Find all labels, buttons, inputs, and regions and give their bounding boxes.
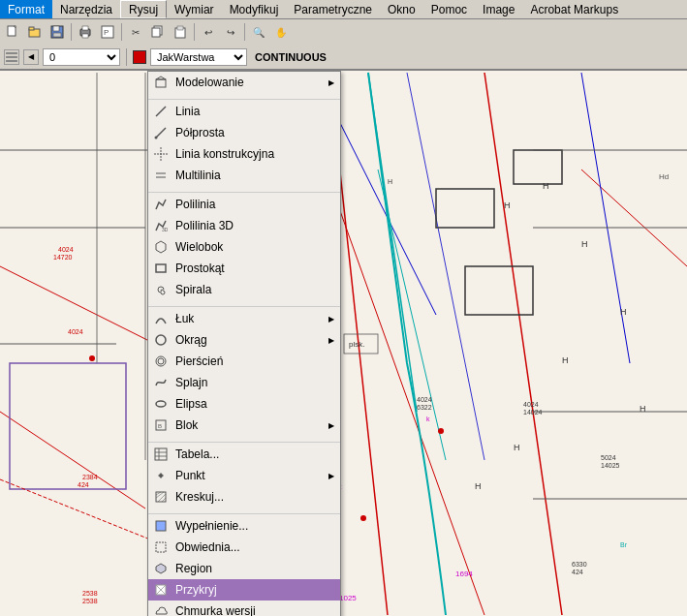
- menu-wymiar[interactable]: Wymiar: [167, 0, 222, 18]
- sep-1: [148, 94, 340, 100]
- menu-polilinia[interactable]: Polilinia: [148, 194, 340, 215]
- svg-rect-6: [53, 33, 61, 37]
- svg-text:H: H: [581, 239, 588, 249]
- spirala-label: Spirala: [175, 283, 211, 296]
- svg-text:1694: 1694: [455, 570, 473, 578]
- spirala-icon: [152, 281, 170, 298]
- menu-linia-konstr[interactable]: Linia konstrukcyjna: [148, 143, 340, 165]
- region-label: Region: [175, 562, 212, 575]
- menu-rysuj[interactable]: Rysuj: [120, 0, 167, 18]
- svg-text:2538: 2538: [82, 598, 98, 604]
- multilinia-label: Multilinia: [175, 169, 221, 182]
- svg-text:14024: 14024: [523, 409, 543, 416]
- sep2: [121, 23, 122, 41]
- linia-konstr-icon: [152, 145, 170, 163]
- menu-format[interactable]: Format: [0, 0, 52, 18]
- menu-okrag[interactable]: Okrąg: [148, 329, 340, 351]
- svg-rect-116: [156, 542, 166, 552]
- menu-wielobok[interactable]: Wielobok: [148, 236, 340, 258]
- sep4: [244, 23, 245, 41]
- menu-chmurka[interactable]: Chmurka wersji: [148, 601, 340, 616]
- svg-text:H: H: [562, 355, 569, 365]
- menu-image[interactable]: Image: [475, 0, 522, 18]
- menu-przykryj[interactable]: Przykryj: [148, 579, 340, 601]
- menu-wypelnienie[interactable]: Wypełnienie...: [148, 515, 340, 537]
- linia-label: Linia: [175, 105, 200, 118]
- wielobok-label: Wielobok: [175, 240, 223, 254]
- menu-tabela[interactable]: Tabela...: [148, 444, 340, 465]
- svg-rect-8: [82, 26, 88, 30]
- menu-pomoc[interactable]: Pomoc: [423, 0, 475, 18]
- menu-linia[interactable]: Linia: [148, 101, 340, 122]
- zoom-btn[interactable]: 🔍: [248, 21, 269, 43]
- linia-konstr-label: Linia konstrukcyjna: [175, 147, 274, 161]
- svg-rect-13: [152, 28, 160, 37]
- splajn-label: Splajn: [175, 376, 207, 389]
- svg-rect-115: [156, 521, 166, 531]
- svg-marker-95: [156, 241, 166, 253]
- color-swatch[interactable]: [133, 50, 146, 64]
- layer-jakwarstwa-select[interactable]: JakWarstwa: [150, 48, 247, 66]
- modelowanie-label: Modelowanie: [175, 76, 244, 89]
- sep-5: [148, 508, 340, 514]
- menu-okno[interactable]: Okno: [380, 0, 423, 18]
- svg-rect-16: [6, 52, 17, 54]
- menu-region[interactable]: Region: [148, 558, 340, 579]
- open-btn[interactable]: [24, 21, 46, 43]
- menu-multilinia[interactable]: Multilinia: [148, 165, 340, 186]
- menu-elipsa[interactable]: Elipsa: [148, 393, 340, 415]
- pierscienn-icon: [152, 353, 170, 370]
- svg-text:6330: 6330: [572, 561, 587, 568]
- new-btn[interactable]: [2, 21, 23, 43]
- svg-marker-86: [156, 77, 166, 79]
- menu-luk[interactable]: Łuk: [148, 308, 340, 329]
- save-btn[interactable]: [47, 21, 68, 43]
- print-btn[interactable]: [75, 21, 96, 43]
- pan-btn[interactable]: ✋: [270, 21, 292, 43]
- menu-parametryczne[interactable]: Parametryczne: [286, 0, 380, 18]
- menu-polprosta[interactable]: Półprosta: [148, 122, 340, 143]
- menu-kreskuj[interactable]: Kreskuj...: [148, 486, 340, 508]
- svg-text:Hd: Hd: [659, 172, 669, 181]
- svg-text:4024: 4024: [523, 401, 539, 408]
- menu-pierscienn[interactable]: Pierścień: [148, 351, 340, 372]
- menu-modelowanie[interactable]: Modelowanie: [148, 72, 340, 93]
- polprosta-label: Półprosta: [175, 126, 225, 139]
- svg-rect-18: [6, 60, 17, 62]
- paste-btn[interactable]: [170, 21, 191, 43]
- svg-text:Br: Br: [620, 541, 628, 548]
- svg-point-99: [158, 358, 164, 364]
- svg-line-88: [156, 128, 166, 138]
- layer-prev-btn[interactable]: ◀: [23, 49, 39, 65]
- preview-btn[interactable]: P: [97, 21, 118, 43]
- menu-prostokat[interactable]: Prostokąt: [148, 258, 340, 279]
- svg-text:H: H: [543, 181, 549, 191]
- pierscienn-label: Pierścień: [175, 354, 223, 368]
- copy-btn[interactable]: [147, 21, 169, 43]
- svg-text:14025: 14025: [601, 462, 620, 469]
- undo-btn[interactable]: ↩: [198, 21, 219, 43]
- svg-point-89: [155, 137, 158, 139]
- svg-rect-0: [8, 26, 16, 36]
- menu-modyfikuj[interactable]: Modyfikuj: [222, 0, 287, 18]
- svg-text:H: H: [620, 307, 627, 317]
- menu-polilinia3d[interactable]: 3D Polilinia 3D: [148, 215, 340, 236]
- layer-select[interactable]: 0: [43, 48, 120, 66]
- chmurka-label: Chmurka wersji: [175, 604, 256, 616]
- layer-manager-btn[interactable]: [4, 49, 19, 65]
- menu-blok[interactable]: B Blok: [148, 415, 340, 436]
- menu-acrobat[interactable]: Acrobat Markups: [522, 0, 626, 18]
- okrag-label: Okrąg: [175, 333, 207, 347]
- redo-btn[interactable]: ↪: [220, 21, 241, 43]
- menu-punkt[interactable]: Punkt: [148, 465, 340, 486]
- menu-obwiednia[interactable]: Obwiednia...: [148, 537, 340, 558]
- cut-btn[interactable]: ✂: [125, 21, 146, 43]
- svg-text:424: 424: [572, 569, 583, 575]
- layer-row: ◀ 0 JakWarstwa CONTINUOUS: [0, 45, 687, 70]
- cad-drawing[interactable]: H H H H H H H H 4024 14720 4024 2384 424…: [0, 71, 687, 616]
- polilinia3d-label: Polilinia 3D: [175, 219, 234, 232]
- menu-spirala[interactable]: Spirala: [148, 279, 340, 300]
- menu-splajn[interactable]: Splajn: [148, 372, 340, 393]
- toolbar-row-1: P ✂ ↩ ↪ 🔍 ✋: [0, 19, 687, 45]
- menu-narzedzia[interactable]: Narzędzia: [52, 0, 120, 18]
